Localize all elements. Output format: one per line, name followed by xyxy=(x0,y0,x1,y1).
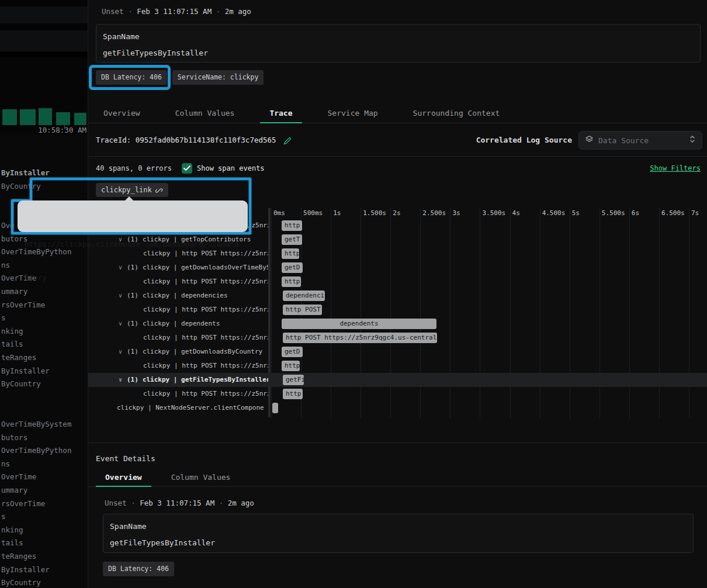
span-duration-bar[interactable]: getD xyxy=(282,347,303,357)
db-latency-badge-2[interactable]: DB Latency: 406 xyxy=(103,562,174,576)
sidebar-truncated-item: ByCountry xyxy=(1,576,88,588)
sidebar-truncated-item: ByCountry xyxy=(1,378,88,391)
axis-tick-label: 0ms xyxy=(273,209,285,217)
trace-span-row[interactable]: ∨(1)clickpy | getFileTypesByInstallerget… xyxy=(88,373,707,387)
span-name-text: clickpy | http POST https://z5nrz9 xyxy=(143,390,268,397)
axis-tick-label: 6.500s xyxy=(661,209,685,217)
span-child-count: (1) xyxy=(127,348,138,355)
axis-tick-label: 2.500s xyxy=(422,209,446,217)
sidebar-truncated-item: nking xyxy=(1,325,88,338)
sidebar-truncated-item: s xyxy=(1,312,88,325)
trace-span-row[interactable]: clickpy | NextNodeServer.clientCompone xyxy=(88,401,707,415)
span-row-label: clickpy | NextNodeServer.clientCompone xyxy=(117,403,268,413)
histogram-bar xyxy=(2,109,17,125)
sidebar-truncated-item: rsOverTime xyxy=(1,299,88,312)
span-duration-bar[interactable]: http xyxy=(282,276,301,287)
axis-tick-label: 1s xyxy=(333,209,341,217)
sidebar-truncated-item: tails xyxy=(1,338,88,351)
span-row-label: ∨(1)clickpy | getFileTypesByInstaller xyxy=(119,375,268,385)
span-duration-bar[interactable]: http xyxy=(282,220,302,231)
sidebar-truncated-item: teRanges xyxy=(1,550,88,563)
sidebar-truncated-item: ByCountry xyxy=(1,180,88,193)
span-name-text: clickpy | http POST https://z5nrz9 xyxy=(143,306,268,313)
sidebar-band xyxy=(0,0,88,6)
axis-tick-label: 3.500s xyxy=(482,209,505,217)
span-duration-bar[interactable]: http xyxy=(283,389,303,399)
downloads-histogram xyxy=(0,105,88,129)
status-text: Unset xyxy=(105,499,127,507)
trace-span-row[interactable]: clickpy | http POST https://z5nrz9http P… xyxy=(88,303,707,317)
link-url-tooltip: https://clickpy.clickhouse.com/dashboard… xyxy=(18,200,248,232)
sidebar-list-top: ByInstallerByCountry xyxy=(1,167,88,193)
histogram-bar xyxy=(20,109,36,125)
span-row-label: clickpy | http POST https://z5nrz9 xyxy=(143,305,268,314)
timestamp-text: Feb 3 11:07:15 AM xyxy=(140,499,214,507)
span-duration-bar[interactable]: http xyxy=(282,248,299,259)
span-duration-bar[interactable]: http xyxy=(282,361,300,371)
trace-span-row[interactable]: clickpy | http POST https://z5nrz9http P… xyxy=(88,331,707,345)
tab-overview[interactable]: Overview xyxy=(96,469,151,487)
span-row-label: clickpy | http POST https://z5nrz9 xyxy=(143,333,268,343)
sidebar-band xyxy=(0,6,88,23)
sidebar-truncated-item: OverTimeByPython xyxy=(1,444,88,458)
span-duration-bar[interactable]: http POST xyxy=(283,305,322,315)
sidebar-truncated-item: ByInstaller xyxy=(1,365,88,378)
span-row-label: ∨(1)clickpy | getDownloadsByCountry xyxy=(119,347,268,357)
span-duration-bar[interactable]: http POST https://z5nrz9qgc4.us-central xyxy=(283,333,437,343)
span-duration-bar[interactable]: dependenci xyxy=(283,290,325,301)
trace-span-row[interactable]: clickpy | http POST https://z5nrz9http xyxy=(88,359,707,373)
histogram-time-label: 10:58:30 AM xyxy=(38,126,86,134)
axis-tick-label: 5s xyxy=(572,209,580,217)
span-name-label: SpanName xyxy=(110,522,147,531)
relative-time-text: 2m ago xyxy=(228,499,254,507)
span-duration-bar[interactable]: getT xyxy=(282,234,302,245)
axis-tick-label: 6s xyxy=(632,209,639,217)
sidebar-truncated-item: ByInstaller xyxy=(1,563,88,577)
histogram-bar xyxy=(39,108,52,125)
trace-span-row[interactable]: clickpy | http POST https://z5nrz9http xyxy=(88,387,707,401)
axis-tick-label: 7s xyxy=(691,209,699,217)
sidebar-band xyxy=(0,51,88,57)
sidebar-truncated-item: OverTime xyxy=(1,471,88,484)
axis-tick-label: 3s xyxy=(452,209,460,217)
sidebar-truncated-item: s xyxy=(1,510,88,524)
trace-span-row[interactable]: ∨(1)clickpy | dependentsdependents xyxy=(88,317,707,331)
span-name-value: getFileTypesByInstaller xyxy=(110,538,215,547)
sidebar-list-bottom: OverTimeBySystembutorsOverTimeByPythonns… xyxy=(1,418,88,588)
axis-tick-label: 5.500s xyxy=(602,209,625,217)
axis-tick-label: 2s xyxy=(393,209,400,217)
axis-tick-label: 500ms xyxy=(303,209,323,217)
sidebar-truncated-item: rsOverTime xyxy=(1,497,88,511)
span-duration-bar[interactable] xyxy=(272,403,278,413)
sidebar-band xyxy=(0,30,88,51)
chevron-down-icon[interactable]: ∨ xyxy=(119,375,127,385)
event-side-panel: Unset · Feb 3 11:07:15 AM · 2m ago SpanN… xyxy=(88,0,707,588)
trace-span-row[interactable]: ∨(1)clickpy | getDownloadsByCountrygetD xyxy=(88,345,707,359)
sidebar-band xyxy=(0,23,88,30)
span-duration-bar[interactable]: dependents xyxy=(282,319,436,329)
span-name-text: clickpy | NextNodeServer.clientCompone xyxy=(117,404,264,411)
span-name-text: clickpy | dependents xyxy=(143,320,220,327)
span-child-count: (1) xyxy=(127,320,138,327)
axis-tick-label: 4s xyxy=(512,209,520,217)
sidebar-truncated-item: nking xyxy=(1,524,88,537)
separator-dot: · xyxy=(127,499,140,507)
axis-tick-label: 4.500s xyxy=(542,209,566,217)
tooltip-url-line1: https://clickpy.clickhouse.com/dashboard… xyxy=(25,238,241,250)
tab-column-values[interactable]: Column Values xyxy=(162,469,240,486)
span-name-text: clickpy | getDownloadsByCountry xyxy=(143,348,262,355)
span-duration-bar[interactable]: getD xyxy=(282,262,303,273)
span-name-text: clickpy | getFileTypesByInstaller xyxy=(143,376,268,383)
tooltip-url-line2: ctory xyxy=(25,272,241,283)
span-duration-bar[interactable]: getFi xyxy=(283,375,304,385)
sidebar-truncated-item: OverTimeBySystem xyxy=(1,418,88,431)
span-row-label: clickpy | http POST https://z5nrz9 xyxy=(143,361,268,371)
chevron-down-icon[interactable]: ∨ xyxy=(119,319,127,328)
span-child-count: (1) xyxy=(127,376,138,383)
axis-tick-label: 1.500s xyxy=(363,209,386,217)
badges-row-2: DB Latency: 406 xyxy=(103,562,174,576)
histogram-bar xyxy=(56,112,70,125)
event-details-heading: Event Details xyxy=(96,454,155,463)
span-row-label: clickpy | http POST https://z5nrz9 xyxy=(143,389,268,399)
chevron-down-icon[interactable]: ∨ xyxy=(119,347,127,357)
